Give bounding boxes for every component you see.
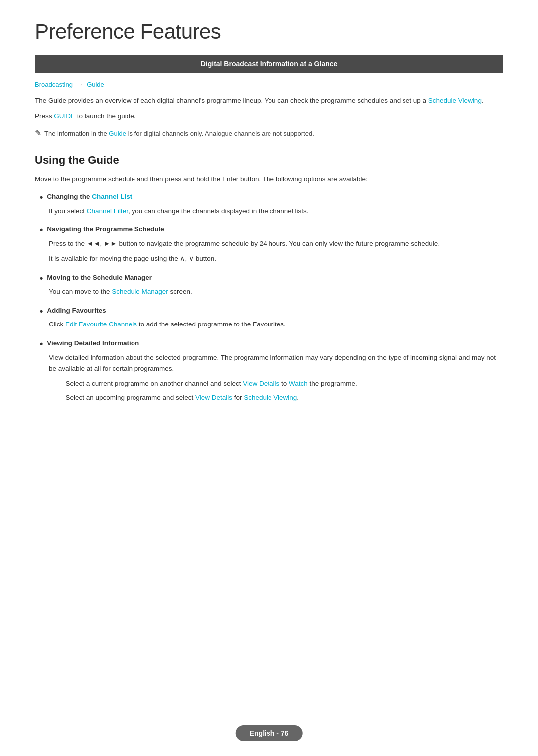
- bullet-header-3: • Moving to the Schedule Manager: [40, 274, 503, 284]
- sub-bullet-line-1: Select a current programme on another ch…: [58, 378, 503, 389]
- schedule-manager-link[interactable]: Schedule Manager: [112, 288, 168, 295]
- bullet-header-5: • Viewing Detailed Information: [40, 339, 503, 349]
- sub-bullet-line-2: Select an upcoming programme and select …: [58, 392, 503, 403]
- bullet-body-2b: It is available for moving the page usin…: [40, 253, 503, 264]
- guide-note-link[interactable]: Guide: [109, 130, 126, 137]
- sub-bullet-2: Select an upcoming programme and select …: [40, 392, 503, 403]
- bullet-body-3: You can move to the Schedule Manager scr…: [40, 286, 503, 297]
- bullet-item-5: • Viewing Detailed Information View deta…: [35, 339, 503, 404]
- bullet-item-4: • Adding Favourites Click Edit Favourite…: [35, 307, 503, 330]
- view-details-link-2[interactable]: View Details: [195, 394, 232, 401]
- section-intro: Move to the programme schedule and then …: [35, 174, 503, 185]
- bullet-dot-3: •: [40, 274, 43, 284]
- sub-bullet-1: Select a current programme on another ch…: [40, 378, 503, 389]
- bullet-header-4: • Adding Favourites: [40, 307, 503, 317]
- bullet-body-4: Click Edit Favourite Channels to add the…: [40, 319, 503, 330]
- bullet-item-3: • Moving to the Schedule Manager You can…: [35, 274, 503, 298]
- page-container: Preference Features Digital Broadcast In…: [0, 0, 538, 452]
- guide-link[interactable]: GUIDE: [54, 112, 75, 120]
- breadcrumb-guide[interactable]: Guide: [87, 81, 104, 88]
- bullet-header-1: • Changing the Channel List: [40, 193, 503, 203]
- bullet-item-1: • Changing the Channel List If you selec…: [35, 193, 503, 216]
- bullet-dot-4: •: [40, 307, 43, 317]
- press-guide-text: Press GUIDE to launch the guide.: [35, 111, 503, 122]
- bullet-dot-2: •: [40, 225, 43, 235]
- footer-label: English - 76: [236, 725, 303, 741]
- bullet-dot-5: •: [40, 339, 43, 349]
- channel-list-link[interactable]: Channel List: [92, 193, 132, 200]
- using-guide-title: Using the Guide: [35, 154, 503, 167]
- bullet-body-2a: Press to the ◄◄, ►► button to navigate t…: [40, 238, 503, 249]
- breadcrumb: Broadcasting → Guide: [35, 81, 503, 88]
- breadcrumb-arrow: →: [77, 81, 83, 88]
- bullet-body-5: View detailed information about the sele…: [40, 352, 503, 375]
- edit-favourite-channels-link[interactable]: Edit Favourite Channels: [65, 321, 137, 328]
- bullet-dot-1: •: [40, 193, 43, 203]
- section-header: Digital Broadcast Information at a Glanc…: [35, 55, 503, 73]
- intro-paragraph: The Guide provides an overview of each d…: [35, 95, 503, 106]
- breadcrumb-broadcasting[interactable]: Broadcasting: [35, 81, 73, 88]
- schedule-viewing-link-2[interactable]: Schedule Viewing: [244, 394, 297, 401]
- note-icon: ✎: [35, 128, 41, 139]
- schedule-viewing-link-intro[interactable]: Schedule Viewing: [428, 97, 482, 104]
- channel-filter-link[interactable]: Channel Filter: [87, 207, 128, 215]
- page-title: Preference Features: [35, 20, 503, 44]
- bullet-header-2: • Navigating the Programme Schedule: [40, 225, 503, 235]
- bullet-body-1: If you select Channel Filter, you can ch…: [40, 206, 503, 216]
- view-details-link-1[interactable]: View Details: [243, 380, 279, 387]
- note-line: ✎ The information in the Guide is for di…: [35, 128, 503, 139]
- bullet-item-2: • Navigating the Programme Schedule Pres…: [35, 225, 503, 264]
- watch-link[interactable]: Watch: [289, 380, 308, 387]
